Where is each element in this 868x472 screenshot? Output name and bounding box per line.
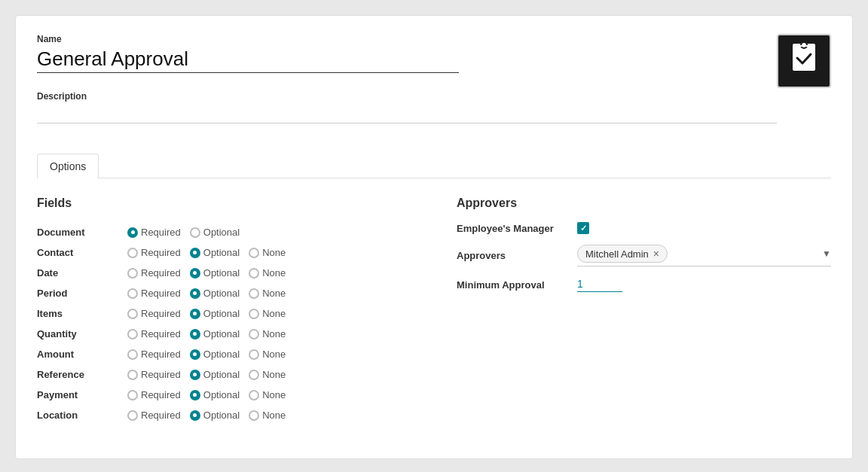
radio-label: None [262, 349, 286, 360]
radio-items-none[interactable]: None [249, 308, 286, 319]
radio-circle-icon [127, 390, 138, 400]
title-input[interactable] [37, 47, 459, 73]
radio-circle-icon [127, 349, 138, 360]
minimum-approval-input[interactable] [577, 278, 622, 292]
radio-label: None [262, 389, 286, 400]
field-name-document: Document [37, 227, 127, 238]
radio-label: Required [141, 288, 181, 299]
minimum-approval-label: Minimum Approval [457, 279, 577, 291]
radio-location-required[interactable]: Required [127, 410, 181, 421]
minimum-approval-value [577, 277, 831, 292]
radio-circle-icon [127, 329, 138, 340]
table-row: Payment Required Optional None [37, 385, 411, 405]
radio-label: Optional [203, 410, 240, 421]
radio-amount-optional[interactable]: Optional [190, 349, 240, 360]
radio-circle-icon [127, 227, 138, 238]
radio-label: None [262, 247, 286, 258]
radio-label: None [262, 369, 286, 380]
approver-tag: Mitchell Admin × [577, 245, 668, 263]
radio-quantity-required[interactable]: Required [127, 328, 181, 340]
radio-quantity-none[interactable]: None [249, 328, 286, 340]
radio-circle-icon [127, 248, 138, 258]
radio-period-required[interactable]: Required [127, 288, 181, 299]
radio-circle-icon [249, 349, 259, 360]
radio-label: None [262, 410, 286, 421]
radio-circle-icon [249, 309, 259, 319]
radio-contact-none[interactable]: None [249, 247, 286, 258]
radio-label: Optional [203, 288, 240, 299]
tabs-bar: Options [37, 154, 831, 178]
table-row: Items Required Optional None [37, 303, 411, 324]
radio-items-optional[interactable]: Optional [190, 308, 240, 319]
radio-label: None [262, 288, 286, 299]
radio-reference-required[interactable]: Required [127, 369, 181, 380]
radio-circle-icon [190, 329, 200, 340]
radio-contact-required[interactable]: Required [127, 247, 181, 258]
radio-label: Optional [203, 349, 240, 360]
field-name-quantity: Quantity [37, 328, 127, 340]
radio-period-optional[interactable]: Optional [190, 288, 240, 299]
radio-circle-icon [190, 349, 200, 360]
tab-options[interactable]: Options [37, 154, 99, 178]
minimum-approval-row: Minimum Approval [457, 277, 831, 292]
radio-payment-required[interactable]: Required [127, 389, 181, 400]
radio-circle-icon [249, 390, 259, 400]
fields-section: Fields Document Required Optional Contac… [37, 196, 411, 425]
radio-label: Optional [203, 328, 240, 340]
radio-label: Required [141, 227, 181, 238]
field-name-location: Location [37, 410, 127, 421]
radio-contact-optional[interactable]: Optional [190, 247, 240, 258]
radio-reference-none[interactable]: None [249, 369, 286, 380]
dropdown-arrow-icon[interactable]: ▼ [822, 248, 831, 259]
approvers-input-area: Mitchell Admin × ▼ [577, 245, 831, 266]
employee-manager-checkbox[interactable] [577, 222, 589, 234]
radio-circle-icon [190, 248, 200, 258]
approver-tag-close-icon[interactable]: × [653, 248, 659, 260]
radio-date-required[interactable]: Required [127, 267, 181, 279]
radio-label: Required [141, 369, 181, 380]
approvers-label: Approvers [457, 250, 577, 261]
radio-payment-none[interactable]: None [249, 389, 286, 400]
radio-circle-icon [127, 410, 138, 421]
radio-date-none[interactable]: None [249, 267, 286, 279]
radio-circle-icon [127, 268, 138, 279]
approvers-input-wrapper[interactable]: Mitchell Admin × ▼ [577, 245, 831, 266]
radio-amount-none[interactable]: None [249, 349, 286, 360]
logo-box [777, 34, 831, 88]
radio-circle-icon [190, 370, 200, 380]
radio-label: Required [141, 247, 181, 258]
radio-amount-required[interactable]: Required [127, 349, 181, 360]
radio-label: Optional [203, 369, 240, 380]
radio-date-optional[interactable]: Optional [190, 267, 240, 279]
radio-document-required[interactable]: Required [127, 227, 181, 238]
radio-circle-icon [249, 329, 259, 340]
radio-circle-icon [249, 268, 259, 279]
radio-items-required[interactable]: Required [127, 308, 181, 319]
radio-document-optional[interactable]: Optional [190, 227, 240, 238]
header-area: Name Description [37, 34, 831, 139]
radio-circle-icon [127, 288, 138, 299]
radio-location-none[interactable]: None [249, 410, 286, 421]
description-input[interactable] [37, 108, 777, 123]
radio-location-optional[interactable]: Optional [190, 410, 240, 421]
radio-label: Optional [203, 247, 240, 258]
field-name-payment: Payment [37, 389, 127, 400]
radio-circle-icon [190, 309, 200, 319]
radio-label: None [262, 308, 286, 319]
table-row: Quantity Required Optional None [37, 324, 411, 344]
radio-quantity-optional[interactable]: Optional [190, 328, 240, 340]
content-area: Fields Document Required Optional Contac… [37, 196, 831, 425]
field-name-amount: Amount [37, 349, 127, 360]
radio-period-none[interactable]: None [249, 288, 286, 299]
approver-tag-text: Mitchell Admin [585, 248, 649, 260]
radio-reference-optional[interactable]: Optional [190, 369, 240, 380]
radio-circle-icon [249, 410, 259, 421]
radio-label: Optional [203, 308, 240, 319]
field-name-period: Period [37, 288, 127, 299]
svg-rect-2 [793, 45, 815, 47]
field-name-date: Date [37, 267, 127, 279]
table-row: Location Required Optional None [37, 405, 411, 425]
radio-label: Required [141, 328, 181, 340]
table-row: Document Required Optional [37, 222, 411, 242]
radio-payment-optional[interactable]: Optional [190, 389, 240, 400]
